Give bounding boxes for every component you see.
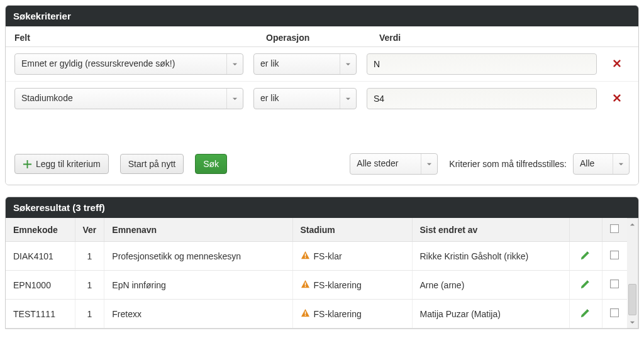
svg-rect-3	[304, 286, 306, 287]
chevron-down-icon	[421, 154, 437, 174]
stadium-label: FS-klarering	[314, 280, 362, 290]
match-label: Kriterier som må tilfredsstilles:	[449, 159, 567, 169]
row-checkbox[interactable]	[610, 251, 619, 259]
cell-stadium: FS-klarering	[292, 300, 412, 328]
cell-emnenavn: EpN innføring	[104, 271, 292, 300]
criteria-body: Felt Operasjon Verdi Emnet er gyldig (re…	[6, 26, 638, 185]
cell-check	[602, 300, 627, 328]
vertical-scrollbar[interactable]	[627, 218, 638, 328]
header-operasjon: Operasjon	[266, 33, 379, 43]
cell-check	[602, 242, 627, 271]
criteria-row: Stadiumkode er lik	[6, 82, 638, 116]
cell-emnekode: DIAK4101	[6, 242, 75, 271]
felt-value: Stadiumkode	[15, 89, 226, 109]
cell-stadium: FS-klarering	[292, 271, 412, 300]
table-row: EPN10001EpN innføringFS-klareringArne (a…	[6, 271, 627, 300]
pencil-icon	[580, 252, 591, 263]
row-checkbox[interactable]	[610, 308, 619, 317]
plus-icon	[23, 160, 32, 169]
scrollbar-thumb[interactable]	[628, 284, 636, 315]
svg-rect-5	[304, 315, 306, 316]
warning-icon	[301, 251, 310, 262]
cell-ver: 1	[75, 242, 104, 271]
svg-rect-2	[304, 282, 306, 285]
cell-emnenavn: Fretexx	[104, 300, 292, 328]
chevron-down-icon	[340, 89, 356, 109]
header-felt: Felt	[14, 33, 266, 43]
value-input[interactable]	[367, 88, 597, 109]
cell-sistendret: Arne (arne)	[412, 271, 569, 300]
cell-sistendret: Rikke Kristin Gåsholt (rikke)	[412, 242, 569, 271]
edit-button[interactable]	[569, 242, 602, 271]
add-criterion-label: Legg til kriterium	[36, 159, 101, 169]
criteria-footer: Legg til kriterium Start på nytt Søk All…	[6, 147, 638, 185]
cell-sistendret: Matija Puzar (Matija)	[412, 300, 569, 328]
match-select[interactable]: Alle	[573, 153, 630, 175]
stadium-label: FS-klarering	[314, 309, 362, 319]
chevron-down-icon	[226, 54, 243, 74]
cell-ver: 1	[75, 271, 104, 300]
felt-value: Emnet er gyldig (ressurskrevende søk!)	[15, 54, 226, 74]
table-row: DIAK41011Profesjonsetikk og menneskesynF…	[6, 242, 627, 271]
results-table: Emnekode Ver Emnenavn Stadium Sist endre…	[6, 218, 627, 328]
chevron-down-icon	[627, 317, 638, 328]
header-emnekode[interactable]: Emnekode	[6, 218, 75, 242]
cell-emnekode: EPN1000	[6, 271, 75, 300]
cell-emnekode: TEST1111	[6, 300, 75, 328]
operation-select[interactable]: er lik	[253, 53, 357, 75]
chevron-down-icon	[226, 89, 243, 109]
felt-select[interactable]: Stadiumkode	[14, 88, 243, 109]
search-label: Søk	[203, 159, 219, 169]
header-ver[interactable]: Ver	[75, 218, 104, 242]
stadium-label: FS-klar	[314, 251, 342, 261]
close-icon	[613, 59, 621, 70]
warning-icon	[301, 308, 310, 320]
header-sistendret[interactable]: Sist endret av	[412, 218, 569, 242]
header-check	[602, 218, 627, 242]
criteria-row: Emnet er gyldig (ressurskrevende søk!) e…	[6, 47, 638, 82]
chevron-down-icon	[613, 154, 629, 174]
criteria-panel: Søkekriterier Felt Operasjon Verdi Emnet…	[5, 5, 639, 185]
close-icon	[613, 94, 621, 104]
header-emnenavn[interactable]: Emnenavn	[104, 218, 292, 242]
criteria-panel-title: Søkekriterier	[6, 6, 638, 26]
pencil-icon	[580, 281, 591, 291]
add-criterion-button[interactable]: Legg til kriterium	[14, 154, 109, 174]
chevron-up-icon	[627, 219, 638, 230]
scrollbar-track	[627, 230, 638, 317]
cell-emnenavn: Profesjonsetikk og menneskesyn	[104, 242, 292, 271]
warning-icon	[301, 279, 310, 291]
place-select[interactable]: Alle steder	[350, 153, 438, 175]
operation-value: er lik	[254, 89, 340, 109]
place-select-value: Alle steder	[350, 154, 421, 174]
header-verdi: Verdi	[379, 33, 630, 43]
criteria-headers: Felt Operasjon Verdi	[6, 26, 638, 47]
pencil-icon	[580, 310, 591, 320]
svg-rect-0	[304, 253, 306, 256]
remove-criterion-button[interactable]	[604, 94, 630, 104]
cell-ver: 1	[75, 300, 104, 328]
value-input[interactable]	[367, 53, 597, 75]
cell-check	[602, 271, 627, 300]
remove-criterion-button[interactable]	[604, 59, 630, 70]
felt-select[interactable]: Emnet er gyldig (ressurskrevende søk!)	[14, 53, 243, 75]
match-select-value: Alle	[574, 154, 613, 174]
table-row: TEST11111FretexxFS-klareringMatija Puzar…	[6, 300, 627, 328]
results-panel-title: Søkeresultat (3 treff)	[6, 197, 638, 218]
restart-button[interactable]: Start på nytt	[120, 154, 184, 174]
svg-rect-1	[304, 257, 306, 258]
edit-button[interactable]	[569, 271, 602, 300]
results-header-row: Emnekode Ver Emnenavn Stadium Sist endre…	[6, 218, 627, 242]
row-checkbox[interactable]	[610, 279, 619, 288]
chevron-down-icon	[340, 54, 356, 74]
results-panel: Søkeresultat (3 treff) Emnekode Ver Emne…	[5, 197, 639, 329]
operation-value: er lik	[254, 54, 340, 74]
svg-rect-4	[304, 311, 306, 314]
header-edit	[569, 218, 602, 242]
restart-label: Start på nytt	[128, 159, 175, 169]
select-all-checkbox[interactable]	[610, 224, 619, 233]
operation-select[interactable]: er lik	[253, 88, 357, 109]
header-stadium[interactable]: Stadium	[292, 218, 412, 242]
edit-button[interactable]	[569, 300, 602, 328]
search-button[interactable]: Søk	[195, 154, 227, 174]
